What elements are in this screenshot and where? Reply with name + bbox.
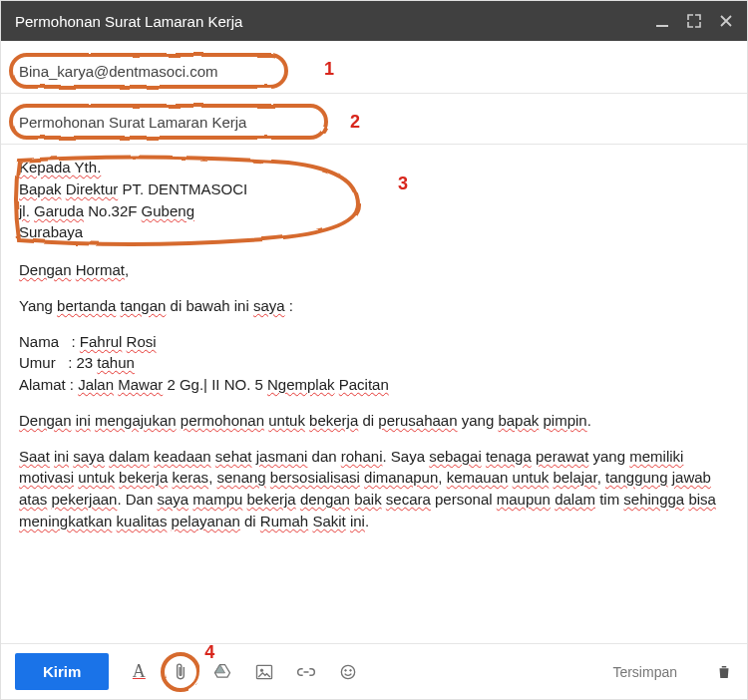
message-body[interactable]: Kepada Yth. Bapak Direktur PT. DENTMASOC… — [1, 145, 747, 643]
compose-window: Permohonan Surat Lamaran Kerja 1 2 Kepad… — [0, 0, 748, 700]
paragraph-2: Saat ini saya dalam keadaan sehat jasman… — [19, 446, 729, 532]
fullscreen-icon[interactable] — [687, 14, 701, 28]
to-field-row: 1 — [1, 41, 747, 94]
compose-toolbar: Kirim A 4 Tersimpan — [1, 643, 747, 699]
attach-file-icon[interactable] — [171, 662, 190, 682]
titlebar: Permohonan Surat Lamaran Kerja — [1, 1, 747, 41]
window-title: Permohonan Surat Lamaran Kerja — [15, 13, 655, 30]
greeting: Dengan Hormat, — [19, 259, 729, 281]
send-button[interactable]: Kirim — [15, 653, 109, 690]
svg-rect-0 — [656, 25, 668, 27]
svg-point-4 — [345, 669, 347, 671]
annotation-number-3: 3 — [398, 171, 408, 196]
drive-icon[interactable] — [212, 662, 232, 682]
body-text: Kepada Yth. Bapak Direktur PT. DENTMASOC… — [19, 157, 729, 532]
emoji-icon[interactable] — [338, 662, 358, 682]
intro-line: Yang bertanda tangan di bawah ini saya : — [19, 295, 729, 317]
minimize-icon[interactable] — [655, 14, 669, 28]
personal-details: Nama : Fahrul Rosi Umur : 23 tahun Alama… — [19, 331, 729, 396]
formatting-icon[interactable]: A — [129, 662, 149, 682]
discard-draft-icon[interactable] — [715, 663, 733, 681]
annotation-number-4: 4 — [204, 642, 214, 663]
subject-field-row: 2 — [1, 94, 747, 145]
to-input[interactable] — [19, 63, 729, 80]
svg-point-5 — [350, 669, 352, 671]
insert-photo-icon[interactable] — [254, 662, 274, 682]
close-icon[interactable] — [719, 14, 733, 28]
insert-link-icon[interactable] — [296, 662, 316, 682]
paragraph-1: Dengan ini mengajukan permohonan untuk b… — [19, 410, 729, 432]
window-controls — [655, 14, 733, 28]
svg-point-2 — [261, 669, 264, 672]
saved-status: Tersimpan — [612, 664, 677, 680]
subject-input[interactable] — [19, 114, 729, 131]
svg-point-3 — [342, 665, 355, 678]
recipient-address-block: Kepada Yth. Bapak Direktur PT. DENTMASOC… — [19, 157, 247, 243]
formatting-toolbar: A 4 — [129, 662, 358, 682]
